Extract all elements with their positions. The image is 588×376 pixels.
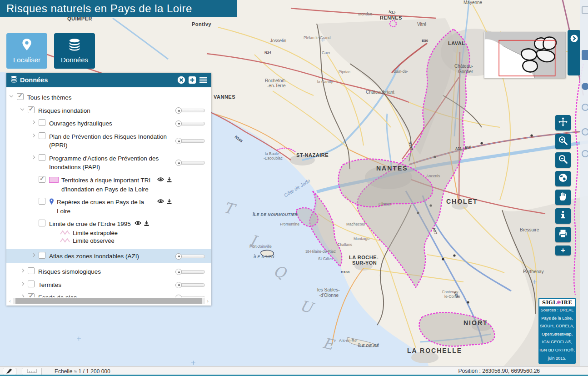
layer-checkbox[interactable]: [28, 267, 35, 274]
layer-row-3[interactable]: Plan de Prévention des Risques Inondatio…: [6, 132, 211, 150]
zigzag-line-icon: [60, 230, 70, 236]
layer-checkbox[interactable]: [39, 252, 45, 259]
collapsed-side-toolbar[interactable]: [580, 0, 588, 366]
visibility-eye-icon[interactable]: [157, 177, 164, 183]
chevron-right-icon[interactable]: [20, 295, 24, 297]
map-label: Mayenne: [463, 0, 483, 5]
slider-knob[interactable]: [175, 107, 182, 114]
attribution-line: Pays de la Loire,: [539, 315, 575, 323]
chevron-right-icon[interactable]: [20, 282, 24, 286]
layers-panel-header[interactable]: Données: [6, 73, 211, 87]
chevron-right-icon[interactable]: [20, 269, 24, 272]
slider-knob[interactable]: [175, 282, 182, 288]
slider-knob[interactable]: [175, 295, 182, 297]
horizontal-scrollbar[interactable]: ‹ ›: [7, 298, 210, 304]
pan-arrows-button[interactable]: [555, 115, 571, 130]
map-label: Parthenay: [523, 269, 544, 274]
zoom-in-button[interactable]: [555, 134, 571, 149]
position-coordinates: Position : 263056.90, 6699560.26: [458, 368, 540, 374]
add-layer-icon[interactable]: [188, 76, 196, 84]
close-icon[interactable]: [177, 76, 185, 84]
opacity-slider[interactable]: [176, 109, 206, 112]
layer-checkbox[interactable]: [28, 281, 35, 287]
layer-row-0[interactable]: Tous les thèmes: [6, 93, 211, 102]
layer-row-11[interactable]: Fonds de plan: [6, 293, 211, 297]
layer-checkbox[interactable]: [39, 154, 45, 161]
map-label: St-Hilaire-de-Riez: [305, 249, 336, 254]
donnees-button[interactable]: Données: [54, 33, 95, 69]
scrollbar-track[interactable]: [13, 298, 205, 304]
layer-checkbox[interactable]: [17, 93, 24, 100]
full-extent-button[interactable]: [555, 171, 571, 186]
layer-label: Fonds de plan: [38, 294, 77, 297]
zoom-out-button[interactable]: [555, 152, 571, 168]
layer-checkbox[interactable]: [39, 220, 45, 226]
chevron-down-icon[interactable]: [20, 106, 24, 110]
map-label: ST-NAZAIRE: [296, 152, 329, 158]
layer-row-1[interactable]: Risques inondation: [6, 106, 211, 115]
slider-knob[interactable]: [175, 138, 182, 144]
map-label: RENNES: [380, 15, 402, 20]
download-icon[interactable]: [166, 177, 172, 183]
menu-icon[interactable]: [199, 76, 208, 84]
opacity-slider[interactable]: [176, 139, 206, 143]
map-label: ÎLE D'YEU: [254, 254, 274, 259]
layer-row-8[interactable]: Atlas des zones inondables (AZI): [6, 249, 211, 264]
slider-knob[interactable]: [175, 253, 182, 260]
scrollbar-thumb[interactable]: [15, 298, 202, 304]
zoom-in-icon: [558, 135, 568, 148]
layer-checkbox[interactable]: [39, 132, 45, 139]
map-label: Fromentine: [280, 222, 299, 226]
visibility-eye-icon[interactable]: [157, 199, 164, 205]
download-icon[interactable]: [144, 221, 149, 226]
overview-collapse-tab[interactable]: [568, 30, 580, 75]
layer-checkbox[interactable]: [39, 198, 45, 205]
chevron-right-icon[interactable]: [31, 253, 35, 257]
overview-map[interactable]: [484, 32, 566, 78]
layer-row-2[interactable]: Ouvrages hydrauliques: [6, 119, 211, 128]
sigloire-logo: SIGL❀IRE: [539, 299, 575, 306]
scroll-left-arrow[interactable]: ‹: [7, 298, 13, 304]
slider-knob[interactable]: [175, 269, 182, 275]
chevron-down-icon[interactable]: [10, 94, 13, 97]
map-label: Pontivy: [192, 21, 212, 27]
opacity-slider[interactable]: [176, 161, 206, 165]
slider-knob[interactable]: [175, 120, 182, 127]
slider-knob[interactable]: [175, 160, 182, 166]
info-button[interactable]: [555, 208, 571, 224]
visibility-eye-icon[interactable]: [135, 221, 141, 226]
layer-row-6[interactable]: Repères de crues en Pays de la Loire: [6, 198, 211, 216]
map-label: Rochefort-: [265, 78, 286, 83]
layer-row-9[interactable]: Risques sismologiques: [6, 267, 211, 276]
opacity-slider[interactable]: [176, 296, 206, 297]
chevron-right-icon[interactable]: [31, 120, 35, 124]
scroll-right-arrow[interactable]: ›: [205, 298, 210, 304]
scalebar-button[interactable]: [22, 368, 42, 375]
chevron-right-icon[interactable]: [31, 155, 35, 159]
layer-row-4[interactable]: Programme d'Actions de Prévention des In…: [6, 154, 211, 172]
expand-tools-button[interactable]: +: [555, 246, 571, 256]
layer-checkbox[interactable]: [39, 119, 45, 126]
draw-tool-button[interactable]: [3, 368, 16, 375]
page-title: Risques naturels en Pays de la Loire: [0, 0, 237, 17]
layer-row-10[interactable]: Termites: [6, 281, 211, 290]
scale-text: Echelle ≈ 1 / 1 200 000: [55, 368, 110, 375]
layer-checkbox[interactable]: [28, 106, 35, 113]
pan-hand-button[interactable]: [555, 190, 571, 205]
opacity-slider[interactable]: [176, 122, 206, 125]
opacity-slider[interactable]: [176, 255, 206, 258]
print-button[interactable]: [555, 227, 571, 242]
chevron-right-icon[interactable]: [31, 133, 35, 137]
layer-label: Ouvrages hydrauliques: [49, 120, 112, 127]
layer-checkbox[interactable]: [39, 176, 45, 183]
map-label: -en-Terre: [267, 83, 286, 88]
localiser-button[interactable]: Localiser: [6, 33, 47, 69]
pen-icon: [6, 368, 13, 375]
opacity-slider[interactable]: [176, 283, 206, 287]
layer-row-5[interactable]: Territoires à risque important TRI d'ino…: [6, 176, 211, 194]
layer-row-7[interactable]: Limite de crue de l'Erdre 1995Limite ext…: [6, 220, 211, 245]
download-icon[interactable]: [166, 199, 172, 205]
layer-checkbox[interactable]: [28, 293, 35, 297]
opacity-slider[interactable]: [176, 270, 206, 274]
chevron-right-icon: [570, 35, 578, 75]
